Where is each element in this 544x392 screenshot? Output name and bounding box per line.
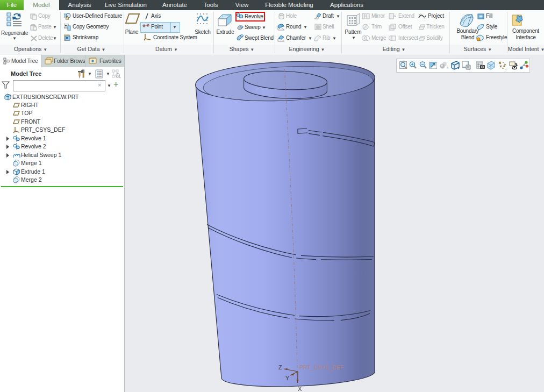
svg-text:PRT_CSYS_DEF: PRT_CSYS_DEF bbox=[299, 364, 343, 370]
svg-text:Z: Z bbox=[278, 364, 282, 370]
svg-text:X: X bbox=[298, 386, 302, 392]
svg-text:Y: Y bbox=[285, 375, 290, 381]
